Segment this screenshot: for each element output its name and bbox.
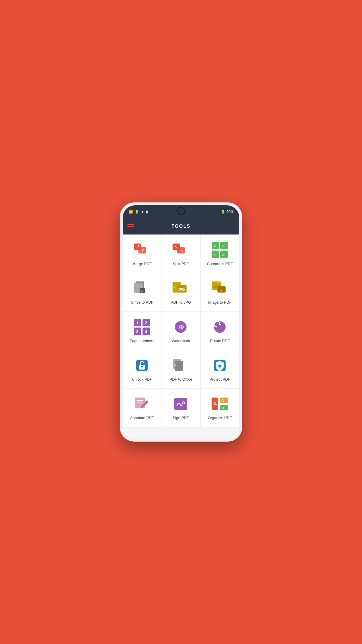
vibrate-icon: 🔋 (135, 210, 139, 214)
tool-cell-unlock-pdf[interactable]: Unlock PDF (123, 350, 161, 388)
compress-pdf-icon: ↙ ↘ ↖ ↗ (211, 241, 229, 259)
svg-text:A: A (222, 399, 224, 402)
svg-text:↗: ↗ (222, 253, 225, 257)
tool-cell-sign-pdf[interactable]: Sign PDF (161, 388, 200, 427)
tool-cell-organize-pdf[interactable]: A B ⇅ Organize PDF (201, 388, 239, 427)
organize-pdf-label: Organize PDF (208, 416, 232, 420)
unlock-pdf-label: Unlock PDF (132, 377, 152, 382)
pdf-to-jpg-label: PDF to JPG (171, 300, 191, 304)
tool-cell-image-to-pdf[interactable]: ↘ Image to PDF (201, 273, 239, 312)
office-to-pdf-label: Office to PDF (131, 300, 153, 304)
phone-screen: 📶 🔋 ▼ ▮ 🔋 59% TOOLS ↗ (123, 205, 239, 439)
status-bar: 📶 🔋 ▼ ▮ 🔋 59% (123, 205, 239, 218)
menu-line-2 (127, 226, 134, 227)
page-numbers-label: Page numbers (130, 339, 154, 343)
svg-rect-55 (220, 405, 228, 410)
svg-text:4: 4 (145, 329, 147, 334)
pdf-to-jpg-icon: JPG ↙ (172, 280, 189, 297)
wifi-icon: ▼ (141, 210, 144, 214)
merge-pdf-label: Merge PDF (132, 262, 152, 266)
svg-text:B: B (222, 406, 224, 410)
menu-line-1 (127, 224, 134, 225)
tool-cell-compress-pdf[interactable]: ↙ ↘ ↖ ↗ Compress PDF (201, 235, 239, 273)
app-header: TOOLS (123, 218, 239, 235)
svg-text:↘: ↘ (140, 289, 143, 293)
split-pdf-icon: ↖ ↘ (172, 241, 189, 259)
status-left-icons: 📶 🔋 ▼ ▮ (129, 210, 148, 214)
svg-point-26 (217, 282, 219, 284)
tool-cell-page-numbers[interactable]: 1 2 3 4 Page numbers (123, 312, 161, 350)
tool-cell-pdf-to-office[interactable]: ↗ PDF to Office (161, 350, 200, 388)
svg-text:↘: ↘ (220, 288, 223, 292)
page-numbers-icon: 1 2 3 4 (133, 318, 151, 336)
organize-pdf-icon: A B ⇅ (211, 395, 229, 413)
annotate-pdf-label: Annotate PDF (130, 416, 154, 420)
svg-rect-54 (220, 398, 228, 403)
watermark-icon: ⊕ (172, 318, 189, 336)
svg-text:1: 1 (136, 321, 138, 325)
office-to-pdf-icon: ↘ (133, 280, 151, 297)
camera-notch (177, 207, 185, 215)
svg-text:↙: ↙ (173, 285, 176, 289)
svg-text:⊕: ⊕ (178, 323, 184, 331)
svg-rect-52 (174, 398, 187, 410)
image-to-pdf-label: Image to PDF (208, 300, 231, 304)
svg-text:↖: ↖ (175, 245, 178, 249)
svg-text:↙: ↙ (141, 248, 145, 253)
tool-cell-pdf-to-jpg[interactable]: JPG ↙ PDF to JPG (161, 273, 200, 312)
battery-level: 59% (226, 210, 233, 214)
compress-pdf-label: Compress PDF (207, 262, 233, 266)
svg-point-43 (141, 366, 143, 368)
svg-text:3: 3 (136, 329, 138, 334)
svg-text:2: 2 (145, 321, 147, 325)
svg-text:↗: ↗ (136, 244, 140, 249)
svg-text:↘: ↘ (180, 249, 183, 253)
menu-button[interactable] (127, 224, 134, 228)
tools-grid: ↗ ↙ Merge PDF ↖ ↘ Split PDF ↙ ↘ ↖ ↗ Comp… (123, 235, 239, 427)
tool-cell-merge-pdf[interactable]: ↗ ↙ Merge PDF (123, 235, 161, 273)
tool-cell-rotate-pdf[interactable]: Rotate PDF (201, 312, 239, 350)
watermark-label: Watermark (172, 339, 190, 343)
header-title: TOOLS (172, 224, 191, 229)
battery-icon: 🔋 (221, 210, 225, 214)
svg-text:⇅: ⇅ (213, 401, 217, 406)
annotate-pdf-icon (133, 395, 151, 413)
svg-text:JPG: JPG (178, 288, 185, 292)
tool-cell-office-to-pdf[interactable]: ↘ Office to PDF (123, 273, 161, 312)
pdf-to-office-icon: ↗ (172, 357, 189, 374)
rotate-pdf-icon (211, 318, 229, 336)
menu-line-3 (127, 228, 134, 228)
pdf-to-office-label: PDF to Office (170, 377, 192, 382)
svg-text:↘: ↘ (222, 244, 225, 248)
status-right: 🔋 59% (221, 210, 233, 214)
merge-pdf-icon: ↗ ↙ (133, 241, 151, 259)
svg-text:↖: ↖ (214, 253, 217, 257)
bottom-bar (123, 427, 239, 439)
signal-icon: ▮ (146, 210, 148, 214)
sign-pdf-label: Sign PDF (173, 416, 189, 420)
tool-cell-protect-pdf[interactable]: Protect PDF (201, 350, 239, 388)
phone-frame: 📶 🔋 ▼ ▮ 🔋 59% TOOLS ↗ (120, 202, 242, 442)
protect-pdf-label: Protect PDF (210, 377, 230, 382)
image-to-pdf-icon: ↘ (211, 280, 229, 297)
split-pdf-label: Split PDF (173, 262, 189, 266)
sign-pdf-icon (172, 395, 189, 413)
rotate-pdf-label: Rotate PDF (210, 339, 230, 343)
protect-pdf-icon (211, 357, 229, 374)
tool-cell-annotate-pdf[interactable]: Annotate PDF (123, 388, 161, 427)
tool-cell-split-pdf[interactable]: ↖ ↘ Split PDF (161, 235, 200, 273)
unlock-pdf-icon (133, 357, 151, 374)
svg-text:↙: ↙ (214, 244, 217, 248)
bluetooth-icon: 📶 (129, 210, 133, 214)
svg-text:↗: ↗ (174, 363, 177, 368)
svg-point-48 (218, 365, 221, 368)
tool-cell-watermark[interactable]: ⊕ Watermark (161, 312, 200, 350)
